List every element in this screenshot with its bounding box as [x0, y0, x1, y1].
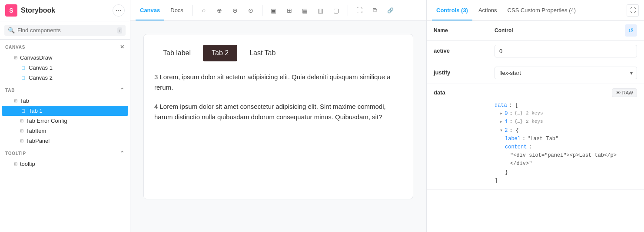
search-icon: 🔍: [8, 27, 15, 34]
panel-tab-actions-label: Actions: [478, 7, 497, 13]
grid-icon[interactable]: ⊞: [282, 3, 296, 17]
nav-item-tabitem-label: TabItem: [26, 128, 46, 134]
json-expand-1[interactable]: ▸: [500, 118, 503, 126]
external-link-icon[interactable]: ⧉: [368, 3, 382, 17]
collapse-tooltip-button[interactable]: ⌃: [120, 150, 125, 156]
search-input-wrap: 🔍 /: [4, 25, 126, 36]
panel-expand-button[interactable]: ⛶: [627, 4, 639, 17]
control-input-active[interactable]: [495, 45, 637, 57]
table-icon[interactable]: ▤: [298, 3, 312, 17]
nav-item-canvas1-label: Canvas 1: [29, 64, 53, 71]
toolbar-divider-2: [262, 5, 262, 16]
control-row-data: data 👁 RAW data : [: [427, 84, 644, 190]
nav-section-canvas: CANVAS ✕ ⊞ CanvasDraw ◻ Canvas 1 ◻ Canva…: [0, 41, 130, 83]
panel-tab-controls[interactable]: Controls (3): [432, 1, 472, 20]
nav-item-tooltip-label: tooltip: [20, 161, 35, 167]
border-icon[interactable]: ▢: [329, 3, 343, 17]
nav-item-tooltip[interactable]: ⊞ tooltip: [2, 159, 128, 169]
canvas-frame: Tab label Tab 2 Last Tab 3 Lorem, ipsum …: [143, 34, 413, 199]
zoom-out-icon[interactable]: ⊖: [228, 3, 242, 17]
section-label-tab: TAB: [5, 88, 15, 93]
section-header-canvas: CANVAS ✕: [0, 41, 130, 53]
collapse-canvas-button[interactable]: ✕: [120, 44, 125, 50]
json-line-close-arr: ]: [495, 177, 637, 185]
tab-2-item[interactable]: Tab 2: [203, 45, 237, 61]
reset-button[interactable]: ↺: [625, 24, 637, 37]
control-col-data: 👁 RAW data : [ ▸ 0 : {…: [495, 88, 637, 185]
json-line-content-val: "<div slot="panel"><p>Last tab</p>: [495, 151, 637, 160]
nav-item-canvas2[interactable]: ◻ Canvas 2: [2, 73, 128, 83]
last-tab-item[interactable]: Last Tab: [241, 45, 284, 61]
section-label-tooltip: TOOLTIP: [5, 151, 26, 156]
json-line-2: ▾ 2 : {: [495, 127, 637, 135]
tab-label-item[interactable]: Tab label: [154, 45, 199, 61]
zoom-in-icon[interactable]: ⊕: [212, 3, 226, 17]
sidebar-menu-button[interactable]: ⋯: [113, 4, 125, 17]
json-expand-2[interactable]: ▾: [500, 127, 503, 135]
zoom-reset-icon[interactable]: ⊙: [244, 3, 258, 17]
sidebar-nav: CANVAS ✕ ⊞ CanvasDraw ◻ Canvas 1 ◻ Canva…: [0, 40, 130, 232]
data-json-block: 👁 RAW data : [ ▸ 0 : {…: [495, 88, 637, 185]
nav-item-tab-label: Tab: [20, 98, 29, 104]
canvas2-icon: ◻: [20, 75, 26, 81]
json-line-label: label : "Last Tab": [495, 135, 637, 143]
tab-canvas[interactable]: Canvas: [136, 1, 164, 20]
control-name-active: active: [434, 45, 495, 54]
nav-section-tab: TAB ⌃ ⊞ Tab ◻ Tab 1 ⊞ Tab Error Config ⊞…: [0, 84, 130, 146]
nav-item-tab1[interactable]: ◻ Tab 1: [2, 106, 128, 116]
nav-item-tab-error-config[interactable]: ⊞ Tab Error Config: [2, 116, 128, 126]
image-icon[interactable]: ▣: [267, 3, 281, 17]
sidebar-header: S Storybook ⋯: [0, 0, 130, 21]
canvas-area: Tab label Tab 2 Last Tab 3 Lorem, ipsum …: [130, 21, 426, 232]
control-name-data: data: [434, 88, 495, 96]
control-col-active: [495, 45, 637, 57]
control-select-justify[interactable]: flex-start flex-end center space-between…: [495, 67, 637, 79]
main-area: Canvas Docs ○ ⊕ ⊖ ⊙ ▣ ⊞ ▤ ▥ ▢ ⛶ ⧉ 🔗 Tab …: [130, 0, 427, 232]
expand-canvasdraw-icon: ⊞: [14, 55, 17, 60]
expand-tooltip-icon: ⊞: [14, 161, 17, 166]
raw-label: RAW: [622, 90, 633, 95]
panel-tab-actions[interactable]: Actions: [474, 1, 501, 20]
nav-item-tabitem[interactable]: ⊞ TabItem: [2, 126, 128, 136]
circle-tool-icon[interactable]: ○: [197, 3, 211, 17]
nav-item-tabpanel-label: TabPanel: [26, 138, 50, 144]
json-line-data-open: data : [: [495, 101, 637, 110]
json-line-content-val2: </div>": [495, 160, 637, 168]
columns-icon[interactable]: ▥: [314, 3, 328, 17]
expand-panel-icon: ⛶: [630, 7, 636, 13]
nav-item-canvasdraw[interactable]: ⊞ CanvasDraw: [2, 53, 128, 63]
nav-item-canvasdraw-label: CanvasDraw: [20, 54, 52, 61]
sidebar: S Storybook ⋯ 🔍 / CANVAS ✕ ⊞ CanvasDraw …: [0, 0, 130, 232]
nav-item-canvas2-label: Canvas 2: [29, 74, 53, 81]
data-json: data : [ ▸ 0 : {…} 2 keys ▸ 1: [495, 101, 637, 185]
nav-item-canvas1[interactable]: ◻ Canvas 1: [2, 63, 128, 73]
control-row-justify: justify flex-start flex-end center space…: [427, 62, 644, 84]
canvas1-icon: ◻: [20, 65, 26, 71]
collapse-tab-button[interactable]: ⌃: [120, 87, 125, 93]
expand-tabitem-icon: ⊞: [20, 128, 23, 133]
json-line-1: ▸ 1 : {…} 2 keys: [495, 118, 637, 126]
raw-button[interactable]: 👁 RAW: [612, 88, 637, 97]
panel-tab-css-label: CSS Custom Properties (4): [508, 7, 576, 13]
right-panel: Controls (3) Actions CSS Custom Properti…: [427, 0, 644, 232]
tab-label-text: Tab label: [163, 49, 191, 57]
nav-item-tab-error-config-label: Tab Error Config: [26, 118, 67, 124]
logo-icon: S: [5, 4, 17, 17]
search-shortcut: /: [117, 27, 122, 34]
reset-icon: ↺: [628, 27, 634, 34]
nav-item-tab[interactable]: ⊞ Tab: [2, 96, 128, 106]
expand-tab-icon: ⊞: [14, 98, 17, 103]
tab-2-text: Tab 2: [212, 49, 229, 57]
nav-item-tab1-label: Tab 1: [29, 108, 43, 114]
tabs-list: Tab label Tab 2 Last Tab: [154, 45, 402, 61]
json-expand-0[interactable]: ▸: [500, 110, 503, 118]
nav-item-tabpanel[interactable]: ⊞ TabPanel: [2, 136, 128, 146]
tab-docs[interactable]: Docs: [166, 1, 188, 20]
fullscreen-icon[interactable]: ⛶: [352, 3, 366, 17]
search-input[interactable]: [17, 27, 115, 34]
sidebar-logo: S Storybook: [5, 4, 55, 17]
panel-tab-css[interactable]: CSS Custom Properties (4): [503, 1, 581, 20]
json-key-data: data: [495, 101, 507, 110]
link-icon[interactable]: 🔗: [384, 3, 398, 17]
toolbar-divider-3: [348, 5, 348, 16]
